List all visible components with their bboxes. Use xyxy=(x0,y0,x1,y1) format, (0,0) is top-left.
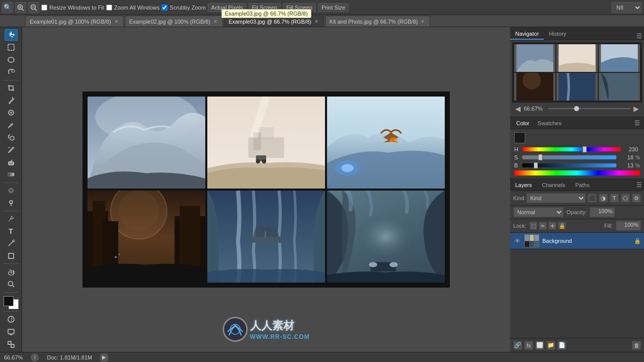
zoom-all-group: Zoom All Windows xyxy=(106,5,159,11)
tab-history[interactable]: History xyxy=(544,29,571,40)
quick-mask-tool[interactable] xyxy=(5,314,18,325)
status-arrow-btn[interactable]: ▶ xyxy=(100,353,108,361)
tab-example01[interactable]: Example01.jpg @ 100% (RGB/8) ✕ xyxy=(25,16,124,27)
zoom-select[interactable]: N8 xyxy=(612,2,642,13)
add-style-btn[interactable]: fx xyxy=(524,341,533,350)
close-tab-1[interactable]: ✕ xyxy=(113,19,119,24)
path-select-tool[interactable] xyxy=(5,238,18,249)
quick-select-tool[interactable] xyxy=(5,66,18,78)
lock-all-btn[interactable]: 🔒 xyxy=(558,222,566,230)
grid-cell-2 xyxy=(207,97,325,189)
zoom-toggle-btn[interactable] xyxy=(5,338,18,350)
resize-windows-checkbox[interactable] xyxy=(41,5,47,11)
blend-mode-select[interactable]: Normal xyxy=(513,207,564,217)
hue-slider[interactable] xyxy=(522,147,621,151)
fill-row: Lock: ⬚ ✏ ✛ 🔒 Fill: 100% xyxy=(510,219,644,233)
rectangle-select-tool[interactable] xyxy=(5,42,18,53)
close-tab-2[interactable]: ✕ xyxy=(212,19,218,24)
svg-point-49 xyxy=(115,256,117,258)
tab-example02[interactable]: Example02.jpg @ 100% (RGB/8) ✕ xyxy=(125,16,223,27)
tab-paths[interactable]: Paths xyxy=(571,181,595,189)
zoom-increase-btn[interactable]: ▶ xyxy=(632,105,640,113)
tool-divider-2 xyxy=(4,183,19,183)
svg-line-20 xyxy=(12,286,14,288)
color-spectrum-bar xyxy=(514,170,640,175)
link-layers-btn[interactable]: 🔗 xyxy=(513,341,522,350)
zoom-out-btn[interactable] xyxy=(28,2,39,13)
lock-position-btn[interactable]: ✛ xyxy=(548,222,556,230)
healing-brush-tool[interactable] xyxy=(5,107,18,119)
layer-eye-icon[interactable]: 👁 xyxy=(513,237,521,245)
lock-transparent-btn[interactable]: ⬚ xyxy=(529,222,537,230)
eyedropper-tool[interactable] xyxy=(5,95,18,106)
brush-tool[interactable] xyxy=(5,119,18,131)
lock-image-btn[interactable]: ✏ xyxy=(539,222,547,230)
filter-text-btn[interactable]: T xyxy=(610,194,619,203)
tab-swatches[interactable]: Swatches xyxy=(533,119,566,127)
color-preview[interactable] xyxy=(514,132,525,143)
close-tab-3[interactable]: ✕ xyxy=(313,19,319,24)
kind-select[interactable]: Kind xyxy=(526,193,586,203)
zoom-slider[interactable] xyxy=(548,108,630,109)
sat-slider[interactable] xyxy=(522,155,616,159)
layer-name-background: Background xyxy=(542,238,631,244)
layers-bottom-bar: 🔗 fx ⬜ 📁 📄 🗑 xyxy=(510,338,644,352)
tab-channels[interactable]: Channels xyxy=(537,181,570,189)
tab-color[interactable]: Color xyxy=(512,119,533,127)
svg-rect-18 xyxy=(9,253,14,258)
svg-point-8 xyxy=(8,57,14,62)
pen-tool[interactable] xyxy=(5,213,18,225)
dodge-tool[interactable] xyxy=(5,197,18,209)
fill-value[interactable]: 100% xyxy=(616,221,641,231)
filter-adj-btn[interactable]: ◑ xyxy=(599,194,608,203)
tab-navigator[interactable]: Navigator xyxy=(510,29,544,40)
text-tool[interactable]: T xyxy=(5,225,18,237)
panel-menu-icon[interactable]: ☰ xyxy=(636,33,642,40)
color-swatches[interactable] xyxy=(4,296,19,309)
navigator-thumbnail xyxy=(512,42,642,103)
crop-tool[interactable] xyxy=(5,82,18,94)
clone-stamp-tool[interactable] xyxy=(5,132,18,143)
print-size-btn[interactable]: Print Size xyxy=(318,3,349,12)
history-brush-tool[interactable] xyxy=(5,144,18,156)
tab-kit-photo[interactable]: Kit and Photo.jpg @ 66.7% (RGB/8) ✕ xyxy=(325,16,431,27)
grid-cell-4 xyxy=(88,191,205,283)
new-layer-btn[interactable]: 📄 xyxy=(557,341,567,350)
scrubby-zoom-checkbox[interactable] xyxy=(162,5,168,11)
status-bar: 66.67% i Doc: 1.81M/1.81M ▶ xyxy=(0,352,644,362)
tab-layers[interactable]: Layers xyxy=(510,181,537,189)
zoom-search-icon[interactable]: 🔍 xyxy=(2,2,13,13)
bright-slider[interactable] xyxy=(522,163,616,167)
filter-pixel-btn[interactable]: ⬛ xyxy=(588,194,597,203)
add-mask-btn[interactable]: ⬜ xyxy=(535,341,544,350)
gradient-tool[interactable] xyxy=(5,169,18,180)
zoom-decrease-btn[interactable]: ◀ xyxy=(514,105,522,113)
new-group-btn[interactable]: 📁 xyxy=(546,341,555,350)
nav-thumb-6 xyxy=(599,73,640,101)
zoom-in-btn[interactable] xyxy=(15,2,26,13)
status-info-btn[interactable]: i xyxy=(31,353,39,361)
zoom-all-checkbox[interactable] xyxy=(106,5,112,11)
svg-point-15 xyxy=(10,189,13,192)
shape-tool[interactable] xyxy=(5,250,18,262)
delete-layer-btn[interactable]: 🗑 xyxy=(632,341,641,350)
filter-smart-btn[interactable]: ⚙ xyxy=(632,194,641,203)
svg-rect-25 xyxy=(11,344,14,347)
lasso-tool[interactable] xyxy=(5,54,18,65)
zoom-all-label: Zoom All Windows xyxy=(114,5,159,11)
blur-tool[interactable] xyxy=(5,185,18,197)
screen-mode-tool[interactable] xyxy=(5,326,18,338)
color-menu-icon[interactable]: ☰ xyxy=(634,120,640,127)
close-tab-4[interactable]: ✕ xyxy=(420,19,426,24)
opacity-value[interactable]: 100% xyxy=(590,207,615,217)
sat-value: 18 xyxy=(618,154,633,160)
layers-menu-icon[interactable]: ☰ xyxy=(636,182,642,189)
move-tool[interactable] xyxy=(5,29,18,41)
hand-tool[interactable] xyxy=(5,266,18,278)
filter-shape-btn[interactable]: ⬡ xyxy=(621,194,630,203)
resize-windows-label: Resize Windows to Fit xyxy=(49,5,104,11)
layer-item-background[interactable]: 👁 Background 🔒 xyxy=(510,233,644,249)
foreground-color-swatch[interactable] xyxy=(4,296,14,306)
zoom-tool[interactable] xyxy=(5,279,18,290)
eraser-tool[interactable] xyxy=(5,156,18,168)
